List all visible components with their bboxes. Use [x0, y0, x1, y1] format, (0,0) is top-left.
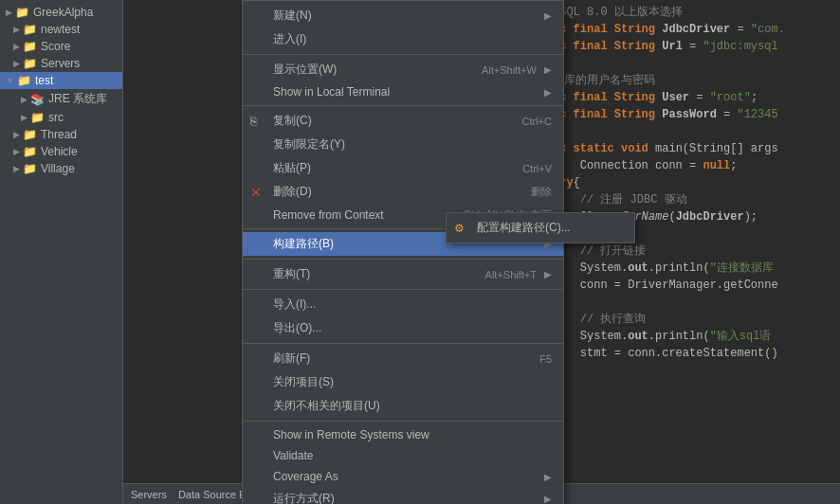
submenu-arrow-icon: ▶: [544, 64, 552, 75]
sidebar-item-label: newtest: [41, 23, 80, 36]
menu-item-show-location[interactable]: 显示位置(W) Alt+Shift+W ▶: [243, 58, 563, 81]
menu-item-label: 关闭不相关的项目(U): [273, 398, 380, 414]
code-line: conn = DriverManager.getConne: [553, 277, 834, 294]
code-line: ySQL 8.0 以上版本选择: [553, 4, 834, 21]
context-menu-area: 新建(N) ▶ 进入(I) 显示位置(W) Alt+Shift+W ▶ Show…: [123, 0, 840, 504]
menu-item-copy-qualified[interactable]: 复制限定名(Y): [243, 133, 563, 156]
context-menu: 新建(N) ▶ 进入(I) 显示位置(W) Alt+Shift+W ▶ Show…: [242, 0, 564, 504]
menu-item-show-remote[interactable]: Show in Remote Systems view: [243, 424, 563, 445]
submenu-arrow-icon: ▶: [544, 10, 552, 21]
sidebar-item-servers[interactable]: ▶ 📁 Servers: [0, 55, 122, 72]
menu-item-label: Remove from Context: [273, 208, 384, 222]
code-editor: ySQL 8.0 以上版本选择 ic final String JdbcDriv…: [546, 0, 840, 504]
submenu-arrow-icon: ▶: [544, 87, 552, 98]
expand-arrow: ▶: [21, 95, 27, 104]
expand-arrow: ▶: [13, 42, 20, 51]
sidebar-item-label: test: [35, 74, 53, 87]
menu-item-show-terminal[interactable]: Show in Local Terminal ▶: [243, 81, 563, 102]
menu-item-close-unrelated[interactable]: 关闭不相关的项目(U): [243, 394, 563, 418]
sidebar-item-jre[interactable]: ▶ 📚 JRE 系统库: [0, 89, 122, 109]
sidebar-item-label: Score: [41, 40, 70, 53]
submenu-arrow-icon: ▶: [544, 269, 552, 279]
code-line: // 注册 JDBC 驱动: [553, 191, 834, 208]
menu-item-label: 新建(N): [273, 8, 312, 24]
menu-item-label: 构建路径(B): [273, 236, 334, 252]
code-line: ic final String Url = "jdbc:mysql: [553, 38, 834, 55]
sidebar-item-label: Thread: [41, 128, 77, 141]
menu-item-label: 刷新(F): [273, 351, 310, 367]
code-line: System.out.println("输入sql语: [553, 328, 834, 345]
sidebar-item-label: Village: [41, 162, 75, 175]
code-line: Connection conn = null;: [553, 157, 834, 174]
menu-item-label: 显示位置(W): [273, 62, 337, 78]
sidebar-item-greekalpha[interactable]: ▶ 📁 GreekAlpha: [0, 4, 122, 21]
menu-item-new[interactable]: 新建(N) ▶: [243, 4, 563, 27]
expand-arrow: ▶: [13, 130, 20, 139]
menu-item-label: 粘贴(P): [273, 160, 311, 176]
menu-item-label: Show in Remote Systems view: [273, 428, 429, 441]
separator: [243, 343, 563, 344]
sidebar-item-test[interactable]: ▼ 📁 test: [0, 72, 122, 89]
gear-icon: ⚙: [454, 222, 465, 235]
sidebar-item-score[interactable]: ▶ 📁 Score: [0, 38, 122, 55]
menu-item-label: 复制(C): [273, 113, 312, 129]
menu-item-import[interactable]: 导入(I)...: [243, 293, 563, 316]
shortcut-label: Alt+Shift+T: [485, 269, 537, 280]
separator: [243, 289, 563, 290]
submenu-arrow-icon: ▶: [544, 494, 552, 504]
shortcut-label: Alt+Shift+W: [482, 64, 537, 76]
folder-icon: 📁: [23, 57, 37, 70]
code-line: [553, 55, 834, 72]
folder-icon: 📁: [23, 40, 37, 53]
folder-icon: 📁: [23, 128, 37, 141]
menu-item-close-project[interactable]: 关闭项目(S): [243, 370, 563, 394]
menu-item-run-as[interactable]: 运行方式(R) ▶: [243, 487, 563, 504]
menu-item-coverage-as[interactable]: Coverage As ▶: [243, 466, 563, 487]
submenu-build-path: ⚙ 配置构建路径(C)...: [446, 212, 635, 243]
expand-arrow: ▼: [6, 76, 14, 85]
menu-item-export[interactable]: 导出(O)...: [243, 316, 563, 340]
menu-item-label: Show in Local Terminal: [273, 85, 390, 99]
menu-item-validate[interactable]: Validate: [243, 445, 563, 466]
menu-item-enter[interactable]: 进入(I): [243, 27, 563, 51]
menu-item-copy[interactable]: ⎘ 复制(C) Ctrl+C: [243, 109, 563, 133]
folder-icon: 📁: [23, 23, 37, 36]
folder-icon: 📁: [23, 145, 37, 158]
code-line: // 打开链接: [553, 243, 834, 260]
sidebar-item-village[interactable]: ▶ 📁 Village: [0, 160, 122, 177]
separator: [243, 54, 563, 55]
code-line: stmt = conn.createStatement(): [553, 345, 834, 362]
separator: [243, 105, 563, 106]
shortcut-label: F5: [539, 353, 552, 365]
menu-item-label: 关闭项目(S): [273, 374, 334, 390]
sidebar-item-vehicle[interactable]: ▶ 📁 Vehicle: [0, 143, 122, 160]
code-line: [553, 123, 834, 140]
expand-arrow: ▶: [13, 25, 20, 34]
code-line: ic final String User = "root";: [553, 89, 834, 106]
submenu-item-label: 配置构建路径(C)...: [477, 220, 571, 236]
sidebar-item-newtest[interactable]: ▶ 📁 newtest: [0, 21, 122, 38]
copy-icon: ⎘: [250, 115, 257, 128]
menu-item-label: 删除(D): [273, 184, 312, 200]
separator: [243, 259, 563, 260]
sidebar-item-label: Servers: [41, 57, 80, 70]
submenu-item-configure[interactable]: ⚙ 配置构建路径(C)...: [447, 216, 634, 240]
menu-item-label: 导出(O)...: [273, 320, 321, 336]
code-line: ic static void main(String[] args: [553, 140, 834, 157]
shortcut-label: Ctrl+V: [522, 163, 552, 174]
sidebar-item-label: GreekAlpha: [33, 6, 93, 19]
expand-arrow: ▶: [13, 147, 20, 156]
sidebar-item-src[interactable]: ▶ 📁 src: [0, 109, 122, 126]
code-line: System.out.println("连接数据库: [553, 260, 834, 277]
menu-item-label: 复制限定名(Y): [273, 136, 345, 153]
menu-item-refresh[interactable]: 刷新(F) F5: [243, 347, 563, 370]
code-line: ic final String JdbcDriver = "com.: [553, 21, 834, 38]
shortcut-label: 删除: [531, 185, 552, 199]
menu-item-paste[interactable]: 粘贴(P) Ctrl+V: [243, 156, 563, 180]
status-servers[interactable]: Servers: [131, 489, 167, 500]
menu-item-delete[interactable]: ✕ 删除(D) 删除: [243, 180, 563, 204]
code-line: [553, 294, 834, 311]
folder-icon: 📁: [30, 111, 45, 124]
menu-item-refactor[interactable]: 重构(T) Alt+Shift+T ▶: [243, 262, 563, 286]
sidebar-item-thread[interactable]: ▶ 📁 Thread: [0, 126, 122, 143]
